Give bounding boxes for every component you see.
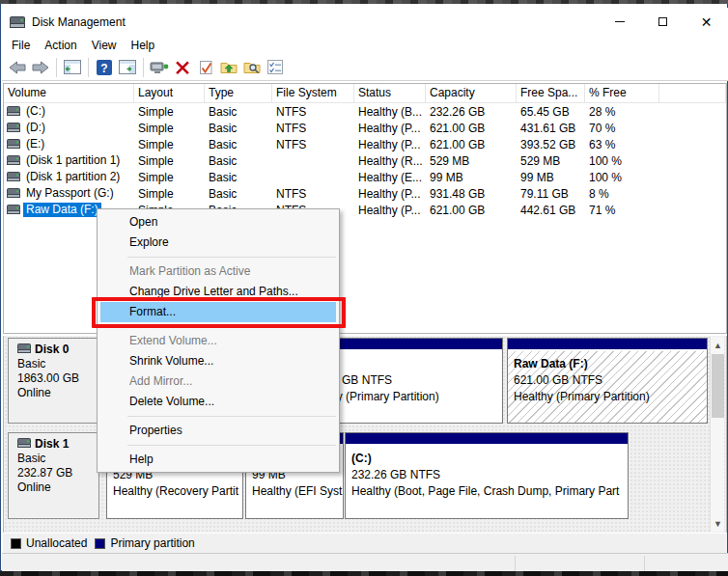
- drive-icon: [7, 187, 23, 201]
- legend-item: Unallocated: [11, 536, 87, 550]
- disk-label-panel[interactable]: Disk 1Basic232.87 GBOnline: [8, 432, 99, 519]
- partition-box-selected[interactable]: Raw Data (F:)621.00 GB NTFSHealthy (Prim…: [507, 338, 708, 424]
- volume-cell: 393.52 GB: [517, 138, 585, 151]
- volume-row[interactable]: (D:)SimpleBasicNTFSHealthy (P...621.00 G…: [4, 120, 726, 136]
- column-header-layout[interactable]: Layout: [134, 84, 205, 102]
- volume-cell: Basic: [205, 105, 272, 119]
- forward-icon[interactable]: [30, 56, 51, 79]
- volume-name[interactable]: (Disk 1 partition 1): [23, 153, 123, 168]
- disk-kind: Basic: [17, 357, 98, 371]
- svg-text:?: ?: [100, 61, 107, 74]
- volume-cell: Simple: [134, 105, 205, 119]
- column-header-blank[interactable]: [659, 84, 726, 102]
- volume-cell: 65.45 GB: [517, 105, 585, 119]
- volume-name[interactable]: (Disk 1 partition 2): [23, 170, 123, 184]
- volume-name[interactable]: (E:): [23, 137, 47, 151]
- volume-cell: 100 %: [585, 154, 659, 168]
- drive-icon: [7, 171, 23, 184]
- partition-info-line: Healthy (EFI Syst: [252, 484, 343, 501]
- disk-kind: Basic: [17, 452, 98, 466]
- task-check-icon[interactable]: [195, 56, 216, 79]
- column-header-file-system[interactable]: File System: [272, 84, 354, 102]
- menubar-item-file[interactable]: File: [12, 39, 30, 52]
- menubar-item-help[interactable]: Help: [131, 39, 155, 52]
- partition-info-line: 232.26 GB NTFS: [351, 468, 628, 484]
- help-icon[interactable]: ?: [94, 56, 115, 79]
- column-header-type[interactable]: Type: [205, 84, 272, 102]
- folder-search-icon[interactable]: [241, 56, 263, 79]
- close-button[interactable]: ✕: [685, 8, 728, 36]
- volume-name-selected[interactable]: Raw Data (F:): [23, 203, 101, 217]
- context-menu: OpenExploreMark Partition as ActiveChang…: [97, 208, 340, 473]
- primary-partition-band: [508, 339, 707, 350]
- partition-info-line: Healthy (Primary Partition): [514, 390, 707, 406]
- menubar-item-view[interactable]: View: [92, 39, 117, 52]
- volume-row[interactable]: (E:)SimpleBasicNTFSHealthy (P...621.00 G…: [4, 136, 726, 152]
- column-header-status[interactable]: Status: [354, 84, 426, 102]
- primary-partition-band: [346, 433, 628, 445]
- volume-row[interactable]: My Passport (G:)SimpleBasicNTFSHealthy (…: [4, 185, 726, 202]
- red-annotation-box: [92, 297, 346, 328]
- volume-cell: Basic: [205, 122, 272, 135]
- drive-icon: [7, 154, 23, 168]
- drive-icon: [7, 138, 23, 151]
- volume-cell: 63 %: [585, 138, 659, 151]
- volume-row[interactable]: (C:)SimpleBasicNTFSHealthy (B...232.26 G…: [4, 103, 726, 120]
- partition-box[interactable]: (C:)232.26 GB NTFSHealthy (Boot, Page Fi…: [345, 432, 629, 519]
- disk-size: 232.87 GB: [17, 466, 98, 480]
- context-menu-item-properties[interactable]: Properties: [98, 421, 339, 441]
- context-menu-item-shrink-volume[interactable]: Shrink Volume...: [98, 351, 339, 371]
- display-options-icon[interactable]: [149, 56, 170, 79]
- toolbar-separator: [143, 58, 144, 77]
- volume-cell: Simple: [134, 122, 205, 135]
- list-view-icon[interactable]: [265, 56, 286, 79]
- back-icon[interactable]: [7, 56, 28, 79]
- volume-cell: NTFS: [272, 138, 354, 151]
- volume-name[interactable]: (D:): [23, 121, 48, 135]
- partition-info-line: Healthy (Boot, Page File, Crash Dump, Pr…: [351, 484, 628, 501]
- menu-bar: FileActionViewHelp: [2, 36, 728, 54]
- volume-row[interactable]: (Disk 1 partition 2)SimpleBasicHealthy (…: [4, 169, 726, 185]
- volume-name[interactable]: (C:): [23, 104, 48, 119]
- context-menu-item-explore[interactable]: Explore: [98, 233, 339, 253]
- column-header-capacity[interactable]: Capacity: [426, 84, 517, 102]
- context-menu-item-extend-volume: Extend Volume...: [98, 331, 339, 351]
- volume-cell: 931.48 GB: [426, 187, 517, 201]
- disk-icon: [17, 343, 35, 357]
- drive-icon: [7, 122, 23, 135]
- volume-cell: Basic: [205, 171, 272, 184]
- volume-cell: 232.26 GB: [426, 105, 517, 119]
- context-menu-item-open[interactable]: Open: [98, 212, 339, 233]
- volume-cell: Simple: [134, 138, 205, 151]
- legend-swatch: [95, 538, 105, 549]
- volume-name[interactable]: My Passport (G:): [23, 186, 117, 201]
- context-menu-item-help[interactable]: Help: [98, 450, 339, 470]
- context-menu-item-delete-volume[interactable]: Delete Volume...: [98, 392, 339, 412]
- disk-name: Disk 1: [35, 437, 69, 452]
- folder-up-icon[interactable]: [218, 56, 239, 79]
- disk-label-panel[interactable]: Disk 0Basic1863.00 GBOnline: [8, 338, 99, 424]
- column-header-volume[interactable]: Volume: [4, 84, 134, 102]
- delete-icon[interactable]: [172, 56, 193, 79]
- menu-separator: [98, 441, 339, 450]
- context-menu-item-add-mirror: Add Mirror...: [98, 371, 339, 392]
- volume-cell: 621.00 GB: [426, 122, 517, 135]
- volume-row[interactable]: (Disk 1 partition 1)SimpleBasicHealthy (…: [4, 152, 726, 169]
- action-pane-icon[interactable]: [117, 56, 138, 79]
- partition-name: Raw Data (F:): [514, 357, 707, 373]
- column-header--free[interactable]: % Free: [585, 84, 659, 102]
- menubar-item-action[interactable]: Action: [44, 39, 76, 52]
- disk-status: Online: [17, 480, 98, 495]
- volume-cell: Basic: [205, 138, 272, 151]
- volume-cell: 529 MB: [426, 154, 517, 168]
- console-tree-icon[interactable]: [62, 56, 83, 79]
- volume-cell: Healthy (R...: [354, 154, 426, 168]
- maximize-button[interactable]: [641, 8, 685, 36]
- toolbar: ?: [2, 54, 728, 81]
- volume-cell: Healthy (P...: [354, 187, 426, 201]
- context-menu-item-mark-partition-as-active: Mark Partition as Active: [98, 261, 339, 282]
- column-header-free-spa-[interactable]: Free Spa...: [517, 84, 585, 102]
- drive-icon: [7, 105, 23, 119]
- volume-cell: 28 %: [585, 105, 659, 119]
- minimize-button[interactable]: [598, 8, 641, 36]
